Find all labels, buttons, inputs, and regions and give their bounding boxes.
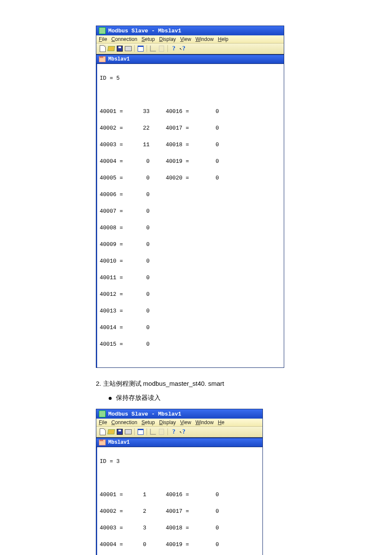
menu-display[interactable]: Display <box>159 36 176 42</box>
toolbar-separator <box>167 45 168 52</box>
toolbar-separator <box>134 45 135 52</box>
register-row: 40005 = 040020 = 0 <box>100 174 281 182</box>
print-icon[interactable] <box>124 428 132 436</box>
print-icon[interactable] <box>124 45 132 52</box>
new-icon[interactable] <box>99 428 107 436</box>
bullet-item: 保持存放器读入 <box>109 394 375 402</box>
help-icon[interactable]: ? <box>170 428 178 436</box>
register-row: 40004 = 040019 = 0 <box>100 541 260 549</box>
modbus-window-1: Modbus Slave - Mbslav1 File Connection S… <box>96 26 284 368</box>
toolbar-separator <box>167 428 168 435</box>
register-row: 40009 = 0 <box>100 240 281 249</box>
context-help-icon[interactable]: ↖? <box>179 428 186 436</box>
register-row: 40011 = 0 <box>100 274 281 282</box>
open-icon[interactable] <box>107 428 115 436</box>
toolbar: ? ↖? <box>96 43 284 54</box>
bullet-text: 保持存放器读入 <box>116 394 161 401</box>
register-row: 40003 = 340018 = 0 <box>100 524 260 532</box>
toolbar-separator <box>147 428 147 435</box>
new-icon[interactable] <box>99 45 107 52</box>
menu-setup[interactable]: Setup <box>141 36 155 42</box>
window-icon[interactable] <box>137 45 144 52</box>
connect-icon[interactable] <box>149 45 157 52</box>
register-row: 40010 = 0 <box>100 257 281 266</box>
menu-file[interactable]: File <box>99 419 107 425</box>
register-row: 40007 = 0 <box>100 207 281 216</box>
menu-help[interactable]: He <box>218 419 224 425</box>
context-help-icon[interactable]: ↖? <box>179 45 186 52</box>
register-data-area: ID = 5 40001 = 3340016 = 0 40002 = 22400… <box>96 64 284 367</box>
bullet-icon <box>109 397 112 400</box>
register-row: 40004 = 040019 = 0 <box>100 157 281 166</box>
document-icon <box>99 56 106 62</box>
help-icon[interactable]: ? <box>170 45 178 52</box>
menu-display[interactable]: Display <box>159 419 176 425</box>
window-icon[interactable] <box>137 428 144 436</box>
modbus-window-2: Modbus Slave - Mbslav1 File Connection S… <box>96 409 263 555</box>
window-title: Modbus Slave - Mbslav1 <box>108 28 182 34</box>
open-icon[interactable] <box>107 45 115 52</box>
save-icon[interactable] <box>116 428 124 436</box>
connect-icon[interactable] <box>149 428 157 436</box>
app-icon <box>99 27 106 34</box>
menu-view[interactable]: View <box>180 36 191 42</box>
menu-window[interactable]: Window <box>196 36 214 42</box>
register-row: 40008 = 0 <box>100 224 281 232</box>
document-icon <box>99 439 106 445</box>
register-row: 40013 = 0 <box>100 307 281 315</box>
title-bar[interactable]: Modbus Slave - Mbslav1 <box>96 26 284 35</box>
title-bar[interactable]: Modbus Slave - Mbslav1 <box>96 409 262 419</box>
register-data-area: ID = 3 40001 = 140016 = 0 40002 = 240017… <box>96 447 262 555</box>
app-icon <box>99 410 106 417</box>
window-title: Modbus Slave - Mbslav1 <box>108 411 182 417</box>
menu-help[interactable]: Help <box>218 36 228 42</box>
menu-bar: File Connection Setup Display View Windo… <box>96 419 262 426</box>
document-header[interactable]: Mbslav1 <box>96 54 284 64</box>
register-row: 40002 = 2240017 = 0 <box>100 124 281 133</box>
register-row: 40003 = 1140018 = 0 <box>100 141 281 149</box>
menu-view[interactable]: View <box>180 419 191 425</box>
document-title: Mbslav1 <box>108 56 130 62</box>
document-header[interactable]: Mbslav1 <box>96 437 262 447</box>
toolbar-separator <box>147 45 147 52</box>
paste-icon[interactable] <box>158 45 165 52</box>
paste-icon[interactable] <box>158 428 165 436</box>
save-icon[interactable] <box>116 45 124 52</box>
toolbar-separator <box>134 428 135 435</box>
register-row: 40001 = 140016 = 0 <box>100 491 260 499</box>
register-row: 40002 = 240017 = 0 <box>100 507 260 516</box>
id-line: ID = 3 <box>100 457 260 466</box>
toolbar: ? ↖? <box>96 426 262 437</box>
menu-bar: File Connection Setup Display View Windo… <box>96 35 284 43</box>
register-row: 40012 = 0 <box>100 290 281 299</box>
menu-connection[interactable]: Connection <box>111 36 137 42</box>
register-row: 40015 = 0 <box>100 340 281 349</box>
document-title: Mbslav1 <box>108 439 130 445</box>
register-row: 40001 = 3340016 = 0 <box>100 107 281 116</box>
id-line: ID = 5 <box>100 74 281 83</box>
menu-setup[interactable]: Setup <box>141 419 155 425</box>
menu-file[interactable]: File <box>99 36 107 42</box>
register-row: 40006 = 0 <box>100 191 281 199</box>
numbered-item-2: 2. 主站例程测试 modbus_master_st40. smart <box>96 380 375 388</box>
menu-connection[interactable]: Connection <box>111 419 137 425</box>
menu-window[interactable]: Window <box>196 419 214 425</box>
register-row: 40014 = 0 <box>100 324 281 332</box>
